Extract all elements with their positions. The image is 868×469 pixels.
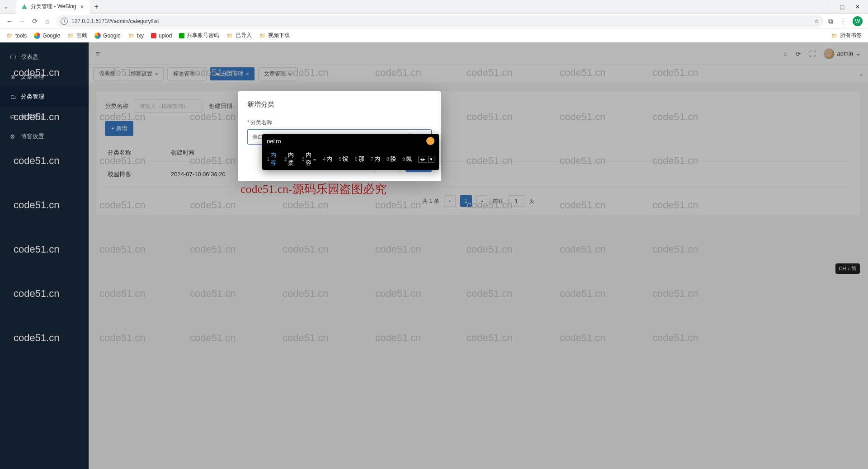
ime-candidate[interactable]: 8腇 xyxy=(387,155,396,163)
ime-candidates: 1内容 2内柔 3内容☁ 4内 5馁 6那 7内 8腇 9氝 ◂▸▾ xyxy=(262,148,439,170)
bookmark-item[interactable]: uplod xyxy=(151,33,172,39)
sidebar-item-articles[interactable]: 🗎文章管理 xyxy=(0,67,89,87)
ime-candidate[interactable]: 5馁 xyxy=(339,155,348,163)
ime-candidate[interactable]: 2内柔 xyxy=(284,151,296,167)
folder-icon: 🗀 xyxy=(10,94,16,100)
bookmark-item[interactable]: tools xyxy=(6,33,27,39)
document-icon: 🗎 xyxy=(10,74,16,80)
tag-icon: 🏷 xyxy=(10,113,16,120)
nav-forward-icon[interactable]: → xyxy=(18,17,26,25)
sidebar-item-tags[interactable]: 🏷标签管理 xyxy=(0,107,89,127)
url-text: 127.0.0.1:5173/#/admin/category/list xyxy=(71,18,159,24)
ime-candidate[interactable]: 9氝 xyxy=(402,155,412,163)
browser-tab[interactable]: 分类管理 - WeBlog × xyxy=(16,0,90,14)
main-area: ≡ ⌂ ⟳ ⛶ admin ⌄ 仪表盘 博客设置× 标签管理× 分类管理× 文章… xyxy=(89,42,868,469)
window-close-icon[interactable]: ✕ xyxy=(855,4,860,10)
nav-reload-icon[interactable]: ⟳ xyxy=(31,17,39,25)
sidebar-item-settings[interactable]: ⚙博客设置 xyxy=(0,127,89,146)
bookmark-item[interactable]: 已导入 xyxy=(226,32,252,39)
ime-candidate[interactable]: 7内 xyxy=(371,155,380,163)
url-input[interactable]: i 127.0.0.1:5173/#/admin/category/list ☆ xyxy=(56,15,824,27)
dialog-title: 新增分类 xyxy=(247,100,432,109)
all-bookmarks-button[interactable]: 所有书签 xyxy=(831,32,862,39)
bookmark-item[interactable]: 视频下载 xyxy=(259,32,290,39)
ime-candidate[interactable]: 6那 xyxy=(354,155,364,163)
menu-icon[interactable]: ⋮ xyxy=(840,17,846,25)
modal-overlay[interactable] xyxy=(89,42,868,469)
bookmark-bar: tools Google 宝藏 Google txy uplod 共享账号密码 … xyxy=(0,29,868,42)
monitor-icon: 🖵 xyxy=(10,54,16,61)
browser-address-bar: ← → ⟳ ⌂ i 127.0.0.1:5173/#/admin/categor… xyxy=(0,14,868,29)
bookmark-item[interactable]: txy xyxy=(128,33,144,39)
ime-candidate[interactable]: 3内容☁ xyxy=(302,151,317,167)
window-maximize-icon[interactable]: ▢ xyxy=(840,4,844,10)
extensions-icon[interactable]: ⧉ xyxy=(828,17,833,25)
bookmark-item[interactable]: Google xyxy=(34,33,60,39)
nav-home-icon[interactable]: ⌂ xyxy=(43,17,52,25)
tab-dropdown-icon[interactable]: ⌄ xyxy=(0,4,12,10)
ime-typed-text: nei'ro xyxy=(267,138,281,145)
bookmark-item[interactable]: 共享账号密码 xyxy=(179,32,219,39)
ime-nav[interactable]: ◂▸▾ xyxy=(418,156,434,163)
bookmark-item[interactable]: Google xyxy=(94,33,121,39)
ime-window: nei'ro 1内容 2内柔 3内容☁ 4内 5馁 6那 7内 8腇 9氝 ◂▸… xyxy=(262,134,439,170)
sidebar-item-categories[interactable]: 🗀分类管理 xyxy=(0,87,89,107)
ime-candidate[interactable]: 1内容 xyxy=(267,151,278,167)
nav-back-icon[interactable]: ← xyxy=(5,17,14,25)
sidebar-item-dashboard[interactable]: 🖵仪表盘 xyxy=(0,47,89,67)
gear-icon: ⚙ xyxy=(10,133,16,140)
ime-emoji-icon[interactable] xyxy=(426,137,434,145)
tab-favicon xyxy=(21,3,28,10)
bookmark-star-icon[interactable]: ☆ xyxy=(814,18,819,24)
profile-avatar[interactable]: W xyxy=(853,16,863,26)
dialog-field-label: *分类名称 xyxy=(247,119,432,127)
tab-close-icon[interactable]: × xyxy=(79,4,85,10)
ime-candidate[interactable]: 4内 xyxy=(323,155,332,163)
bookmark-item[interactable]: 宝藏 xyxy=(67,32,87,39)
window-minimize-icon[interactable]: — xyxy=(823,4,829,10)
browser-titlebar: ⌄ 分类管理 - WeBlog × + — ▢ ✕ xyxy=(0,0,868,14)
sidebar: 🖵仪表盘 🗎文章管理 🗀分类管理 🏷标签管理 ⚙博客设置 xyxy=(0,42,89,469)
new-tab-button[interactable]: + xyxy=(94,3,98,11)
required-mark: * xyxy=(247,119,250,126)
tab-title: 分类管理 - WeBlog xyxy=(31,3,76,10)
site-info-icon[interactable]: i xyxy=(61,18,68,25)
